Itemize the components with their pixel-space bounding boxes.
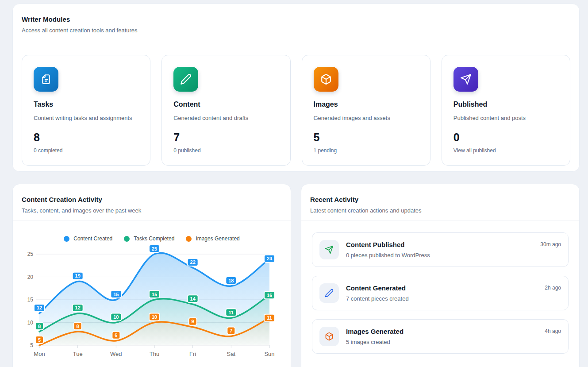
svg-text:22: 22 (190, 259, 196, 265)
chart-body: Content Created Tasks Completed Images G… (13, 236, 291, 363)
recent-activity-title: Recent Activity (310, 196, 570, 203)
svg-text:19: 19 (75, 273, 81, 278)
svg-text:10: 10 (27, 320, 34, 326)
activity-description: 0 pieces published to WordPress (346, 252, 430, 259)
svg-text:14: 14 (190, 296, 196, 301)
svg-text:8: 8 (77, 324, 79, 329)
writer-modules-subtitle: Access all content creation tools and fe… (22, 27, 570, 34)
modules-grid: Tasks Content writing tasks and assignme… (13, 40, 579, 172)
module-meta: 0 published (173, 147, 278, 154)
svg-text:15: 15 (113, 292, 119, 297)
activity-text: Images Generated 5 images created (346, 328, 404, 345)
recent-activity-panel: Recent Activity Latest content creation … (301, 184, 580, 367)
module-meta: View all published (453, 147, 558, 154)
chart-panel-header: Content Creation Activity Tasks, content… (13, 184, 291, 220)
svg-text:12: 12 (37, 305, 42, 310)
pencil-icon (325, 289, 334, 297)
svg-text:11: 11 (267, 315, 272, 321)
svg-text:24: 24 (267, 256, 273, 261)
chart-panel-subtitle: Tasks, content, and images over the past… (22, 207, 282, 214)
cube-icon (320, 73, 332, 85)
send-icon (325, 245, 334, 254)
activity-timestamp: 4h ago (545, 327, 561, 334)
svg-text:9: 9 (192, 319, 194, 324)
activity-icon-badge (319, 327, 339, 346)
module-title: Content (173, 100, 278, 108)
activity-description: 7 content pieces created (346, 295, 409, 302)
activity-line-chart: 252015105MonTueWedThuFriSatSun 12 19 15 … (13, 244, 291, 363)
chart-panel-title: Content Creation Activity (22, 196, 282, 203)
activity-list: Content Published 0 pieces published to … (301, 220, 579, 354)
module-card-tasks[interactable]: Tasks Content writing tasks and assignme… (22, 55, 150, 166)
activity-title: Images Generated (346, 328, 404, 335)
activity-item: Content Published 0 pieces published to … (312, 232, 569, 267)
legend-item[interactable]: Images Generated (186, 236, 239, 242)
svg-text:Wed: Wed (110, 351, 122, 357)
document-icon (40, 73, 52, 85)
writer-modules-panel: Writer Modules Access all content creati… (12, 4, 580, 172)
legend-dot (124, 236, 130, 242)
activity-title: Content Generated (346, 284, 409, 292)
activity-title: Content Published (346, 241, 430, 248)
activity-item: Content Generated 7 content pieces creat… (312, 276, 569, 310)
module-count: 8 (34, 131, 138, 144)
content-creation-activity-panel: Content Creation Activity Tasks, content… (12, 184, 291, 367)
bottom-row: Content Creation Activity Tasks, content… (12, 184, 580, 367)
writer-modules-title: Writer Modules (22, 15, 570, 23)
activity-description: 5 images created (346, 339, 404, 345)
svg-text:18: 18 (228, 278, 234, 283)
svg-text:Thu: Thu (150, 351, 159, 357)
legend-label: Images Generated (196, 236, 239, 242)
module-meta: 0 completed (34, 147, 138, 154)
svg-text:12: 12 (75, 305, 81, 310)
svg-text:8: 8 (38, 324, 41, 329)
svg-text:7: 7 (230, 328, 232, 333)
writer-modules-header: Writer Modules Access all content creati… (13, 4, 579, 40)
svg-text:Mon: Mon (34, 351, 45, 357)
svg-text:5: 5 (38, 337, 41, 343)
module-description: Content writing tasks and assignments (34, 115, 138, 121)
svg-text:20: 20 (27, 274, 34, 280)
svg-text:15: 15 (152, 292, 157, 297)
chart-legend: Content Created Tasks Completed Images G… (13, 236, 291, 242)
send-icon (460, 73, 472, 85)
activity-timestamp: 2h ago (545, 283, 561, 291)
svg-text:25: 25 (27, 251, 34, 257)
module-description: Generated images and assets (314, 115, 419, 121)
legend-label: Content Created (73, 236, 112, 242)
pencil-icon (180, 73, 192, 85)
svg-text:15: 15 (27, 297, 34, 303)
svg-text:10: 10 (152, 314, 157, 320)
svg-text:5: 5 (30, 342, 33, 348)
module-card-content[interactable]: Content Generated content and drafts 7 0… (161, 55, 290, 166)
module-count: 0 (453, 131, 558, 144)
dashboard-page: Writer Modules Access all content creati… (0, 0, 588, 367)
module-icon-badge (173, 67, 198, 92)
module-title: Tasks (34, 100, 138, 108)
svg-text:Sun: Sun (264, 351, 274, 357)
module-icon-badge (453, 67, 478, 92)
module-meta: 1 pending (314, 147, 419, 154)
module-card-published[interactable]: Published Published content and posts 0 … (442, 55, 570, 166)
legend-item[interactable]: Content Created (64, 236, 112, 242)
module-icon-badge (34, 67, 58, 92)
recent-activity-subtitle: Latest content creation actions and upda… (310, 207, 570, 214)
svg-text:10: 10 (113, 314, 119, 320)
cube-icon (325, 332, 334, 341)
activity-item: Images Generated 5 images created 4h ago (312, 319, 569, 354)
legend-item[interactable]: Tasks Completed (124, 236, 174, 242)
activity-text: Content Generated 7 content pieces creat… (346, 284, 409, 302)
module-description: Published content and posts (453, 115, 558, 121)
legend-dot (64, 236, 69, 242)
module-description: Generated content and drafts (173, 115, 278, 121)
module-icon-badge (314, 67, 338, 92)
activity-icon-badge (319, 240, 339, 259)
recent-activity-header: Recent Activity Latest content creation … (301, 184, 579, 220)
svg-text:11: 11 (229, 310, 234, 315)
module-count: 5 (314, 131, 419, 144)
activity-icon-badge (319, 283, 339, 303)
svg-text:Sat: Sat (227, 351, 236, 357)
activity-timestamp: 30m ago (540, 240, 561, 247)
svg-text:25: 25 (152, 246, 157, 251)
module-card-images[interactable]: Images Generated images and assets 5 1 p… (302, 55, 430, 166)
